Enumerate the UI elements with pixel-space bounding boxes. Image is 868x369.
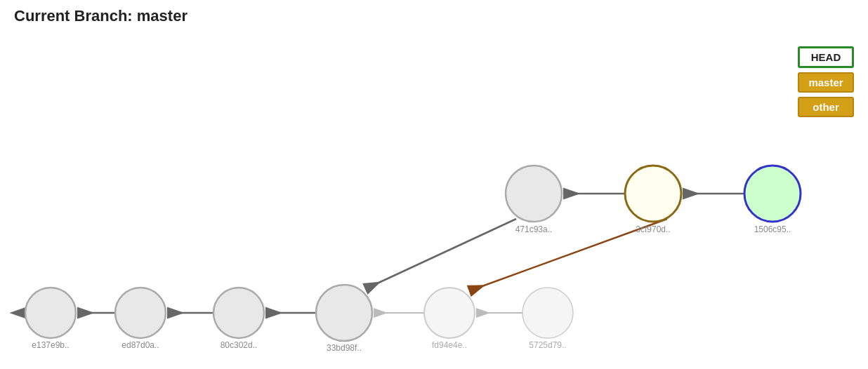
node-ed87d0a[interactable]	[115, 288, 166, 338]
node-80c302d[interactable]	[213, 288, 264, 338]
label-33bd98f: 33bd98f..	[327, 343, 362, 353]
label-1506c95: 1506c95..	[754, 224, 791, 234]
node-e137e9b[interactable]	[25, 288, 76, 338]
node-33bd98f[interactable]	[316, 285, 372, 341]
node-fd94e4e[interactable]	[424, 288, 475, 338]
node-3cf970d[interactable]	[625, 166, 681, 222]
node-5725d79[interactable]	[522, 288, 573, 338]
label-e137e9b: e137e9b..	[32, 340, 69, 350]
graph-svg: e137e9b.. ed87d0a.. 80c302d.. 33bd98f.. …	[0, 39, 868, 362]
label-3cf970d: 3cf970d..	[636, 224, 670, 234]
label-80c302d: 80c302d..	[221, 340, 258, 350]
node-1506c95[interactable]	[744, 166, 801, 222]
arrow-471c-33bd-diag	[367, 219, 516, 288]
label-5725d79: 5725d79..	[529, 340, 566, 350]
label-ed87d0a: ed87d0a..	[121, 340, 159, 350]
node-471c93a[interactable]	[506, 166, 562, 222]
graph-area: HEAD master other	[0, 39, 868, 362]
page-title: Current Branch: master	[0, 0, 868, 32]
label-471c93a: 471c93a..	[515, 224, 553, 234]
label-fd94e4e: fd94e4e..	[432, 340, 467, 350]
